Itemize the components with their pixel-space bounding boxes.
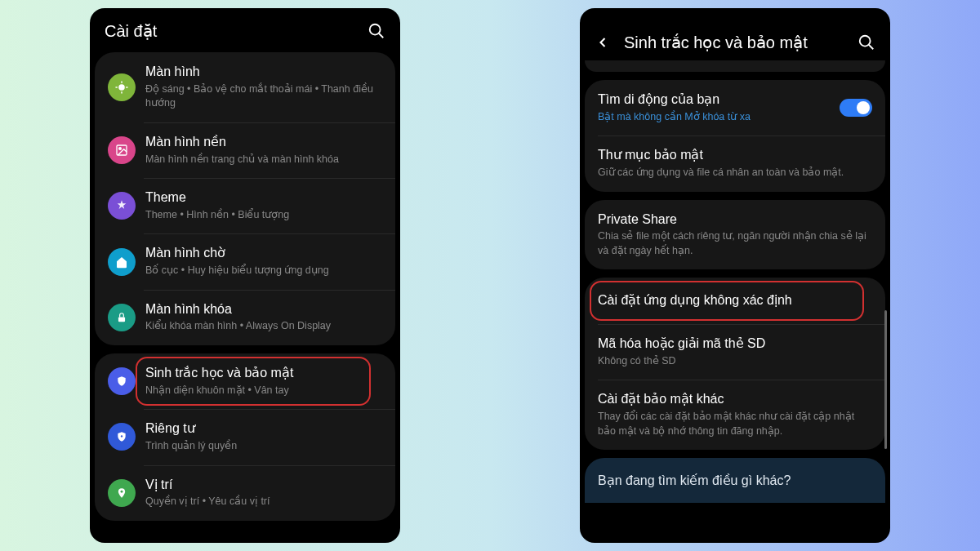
- location-icon: [108, 479, 136, 507]
- row-title: Mã hóa hoặc giải mã thẻ SD: [598, 335, 872, 353]
- row-biometrics[interactable]: Sinh trắc học và bảo mậtNhận diện khuôn …: [95, 353, 395, 409]
- row-title: Private Share: [598, 211, 872, 229]
- row-sub: Quyền vị trí • Yêu cầu vị trí: [145, 495, 382, 509]
- header: Sinh trắc học và bảo mật: [580, 26, 890, 64]
- row-wallpaper[interactable]: Màn hình nềnMàn hình nền trang chủ và mà…: [95, 122, 395, 178]
- theme-icon: [108, 192, 136, 220]
- biometrics-screen: Sinh trắc học và bảo mật Tìm di động của…: [580, 8, 890, 543]
- display-icon: [108, 73, 136, 101]
- row-private-share[interactable]: Private ShareChia sẻ file một cách riêng…: [585, 200, 885, 270]
- privacy-icon: [108, 423, 136, 451]
- svg-rect-9: [118, 317, 125, 322]
- row-other-security[interactable]: Cài đặt bảo mật khácThay đổi các cài đặt…: [585, 380, 885, 450]
- toggle-on[interactable]: [840, 99, 872, 117]
- row-sub: Giữ các ứng dụng và file cá nhân an toàn…: [598, 166, 872, 180]
- row-title: Cài đặt bảo mật khác: [598, 391, 872, 408]
- row-location[interactable]: Vị tríQuyền vị trí • Yêu cầu vị trí: [95, 465, 395, 521]
- row-sub: Độ sáng • Bảo vệ cho mắt thoải mái • Tha…: [145, 82, 382, 111]
- row-sub: Nhận diện khuôn mặt • Vân tay: [145, 384, 382, 398]
- settings-group-2: Sinh trắc học và bảo mậtNhận diện khuôn …: [95, 353, 395, 521]
- page-title: Cài đặt: [105, 21, 368, 41]
- row-unknown-apps[interactable]: Cài đặt ứng dụng không xác định: [585, 278, 885, 324]
- home-icon: [108, 248, 136, 276]
- row-encrypt-sd[interactable]: Mã hóa hoặc giải mã thẻ SDKhông có thẻ S…: [585, 324, 885, 380]
- svg-point-12: [860, 36, 871, 47]
- settings-screen: Cài đặt Màn hìnhĐộ sáng • Bảo vệ cho mắt…: [90, 8, 400, 543]
- svg-point-2: [118, 84, 125, 91]
- row-title: Riêng tư: [145, 420, 382, 438]
- row-find-mobile[interactable]: Tìm di động của bạnBật mà không cần Mở k…: [585, 80, 885, 136]
- svg-point-11: [121, 491, 123, 493]
- row-title: Màn hình nền: [145, 134, 382, 151]
- row-sub: Theme • Hình nền • Biểu tượng: [145, 208, 382, 223]
- section-finddevice: Tìm di động của bạnBật mà không cần Mở k…: [585, 80, 885, 192]
- lock-icon: [108, 304, 136, 331]
- row-sub: Kiểu khóa màn hình • Always On Display: [145, 319, 382, 334]
- row-sub: Chia sẻ file một cách riêng tư, ngăn ngư…: [598, 229, 872, 258]
- row-title: Vị trí: [145, 477, 382, 494]
- row-title: Theme: [145, 189, 382, 207]
- shield-icon: [108, 367, 136, 395]
- wallpaper-icon: [108, 136, 136, 164]
- row-display[interactable]: Màn hìnhĐộ sáng • Bảo vệ cho mắt thoải m…: [95, 52, 395, 122]
- row-homescreen[interactable]: Màn hình chờBố cục • Huy hiệu biểu tượng…: [95, 233, 395, 289]
- search-icon[interactable]: [368, 22, 385, 40]
- section-partial-top: [585, 60, 885, 72]
- section-privateshare: Private ShareChia sẻ file một cách riêng…: [585, 200, 885, 270]
- svg-point-0: [370, 24, 381, 35]
- svg-point-8: [119, 148, 122, 150]
- row-secure-folder[interactable]: Thư mục bảo mậtGiữ các ứng dụng và file …: [585, 136, 885, 191]
- row-title: Màn hình chờ: [145, 245, 382, 262]
- row-sub: Thay đổi các cài đặt bảo mật khác như cà…: [598, 410, 872, 438]
- row-sub: Màn hình nền trang chủ và màn hình khóa: [145, 153, 382, 167]
- row-title: Cài đặt ứng dụng không xác định: [598, 292, 872, 309]
- svg-line-13: [869, 45, 874, 50]
- svg-point-10: [121, 436, 122, 438]
- header: Cài đặt: [90, 8, 400, 52]
- row-title: Thư mục bảo mật: [598, 147, 872, 164]
- footer-question[interactable]: Bạn đang tìm kiếm điều gì khác?: [585, 458, 885, 503]
- settings-group-1: Màn hìnhĐộ sáng • Bảo vệ cho mắt thoải m…: [95, 52, 395, 345]
- row-title: Màn hình: [145, 64, 382, 81]
- row-sub: Không có thẻ SD: [598, 354, 872, 369]
- row-title: Sinh trắc học và bảo mật: [145, 365, 382, 382]
- row-title: Tìm di động của bạn: [598, 91, 840, 109]
- row-sub: Bật mà không cần Mở khóa từ xa: [598, 110, 840, 125]
- svg-line-1: [379, 33, 384, 38]
- scrollbar[interactable]: [884, 310, 887, 449]
- row-lockscreen[interactable]: Màn hình khóaKiểu khóa màn hình • Always…: [95, 290, 395, 345]
- row-privacy[interactable]: Riêng tưTrình quản lý quyền: [95, 409, 395, 464]
- row-theme[interactable]: ThemeTheme • Hình nền • Biểu tượng: [95, 178, 395, 233]
- row-sub: Bố cục • Huy hiệu biểu tượng ứng dụng: [145, 264, 382, 278]
- row-title: Màn hình khóa: [145, 301, 382, 318]
- row-sub: Trình quản lý quyền: [145, 439, 382, 454]
- status-bar: [580, 8, 890, 26]
- search-icon[interactable]: [858, 33, 875, 51]
- section-other: Cài đặt ứng dụng không xác định Mã hóa h…: [585, 278, 885, 450]
- back-icon[interactable]: [595, 34, 611, 51]
- page-title: Sinh trắc học và bảo mật: [624, 33, 858, 52]
